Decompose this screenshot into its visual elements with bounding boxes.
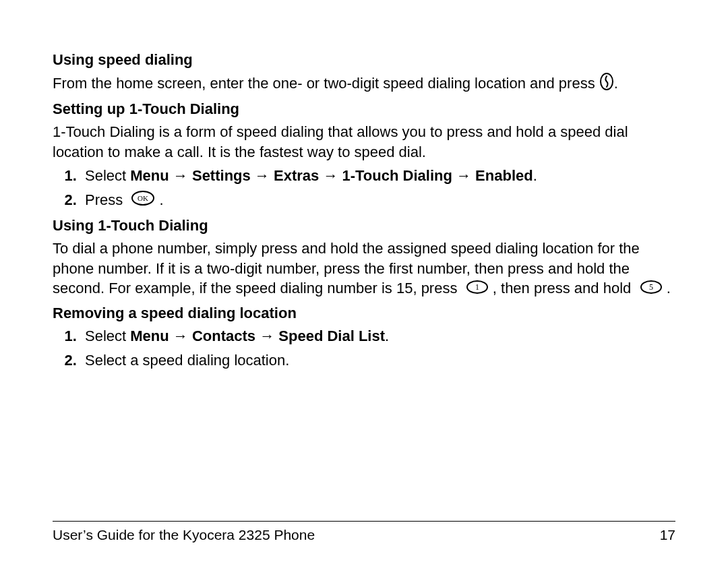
footer-title: User’s Guide for the Kyocera 2325 Phone <box>53 526 315 544</box>
footer-page-number: 17 <box>660 526 675 544</box>
text-fragment: Select <box>85 327 130 344</box>
svg-text:5: 5 <box>649 282 653 292</box>
heading-removing: Removing a speed dialing location <box>53 303 675 323</box>
heading-setup-1touch: Setting up 1-Touch Dialing <box>53 99 675 119</box>
menu-path: Menu → Contacts → Speed Dial List <box>130 327 385 344</box>
heading-using-1touch: Using 1-Touch Dialing <box>53 216 675 236</box>
text-fragment: Select <box>85 167 130 184</box>
step-1: Select Menu → Contacts → Speed Dial List… <box>81 326 675 346</box>
key-5-icon: 5 <box>640 280 663 300</box>
page-footer: User’s Guide for the Kyocera 2325 Phone … <box>53 526 675 544</box>
text-fragment: Press <box>85 191 127 208</box>
steps-setup-1touch: Select Menu → Settings → Extras → 1-Touc… <box>53 166 675 212</box>
step-2: Press OK . <box>81 190 675 212</box>
paragraph-setup-1touch: 1-Touch Dialing is a form of speed diali… <box>53 122 675 162</box>
heading-using-speed-dialing: Using speed dialing <box>53 50 675 70</box>
svg-text:OK: OK <box>138 194 149 202</box>
text-fragment: , then press and hold <box>493 280 636 296</box>
footer-divider <box>53 521 675 522</box>
manual-page: Using speed dialing From the home screen… <box>0 0 728 562</box>
step-1: Select Menu → Settings → Extras → 1-Touc… <box>81 166 675 186</box>
text-fragment: From the home screen, enter the one- or … <box>53 74 599 91</box>
paragraph-using-1touch: To dial a phone number, simply press and… <box>53 239 675 299</box>
send-key-icon <box>599 73 614 96</box>
text-fragment: . <box>667 280 671 296</box>
menu-path: Menu → Settings → Extras → 1-Touch Diali… <box>130 167 533 184</box>
text-fragment: . <box>614 74 618 91</box>
ok-key-icon: OK <box>131 190 155 212</box>
svg-text:1: 1 <box>475 282 479 292</box>
steps-removing: Select Menu → Contacts → Speed Dial List… <box>53 326 675 370</box>
step-2: Select a speed dialing location. <box>81 350 675 371</box>
paragraph-speed-dialing: From the home screen, enter the one- or … <box>53 73 675 96</box>
text-fragment: . <box>160 191 164 208</box>
text-fragment: . <box>385 327 389 344</box>
text-fragment: . <box>533 167 537 184</box>
key-1-icon: 1 <box>466 280 489 300</box>
